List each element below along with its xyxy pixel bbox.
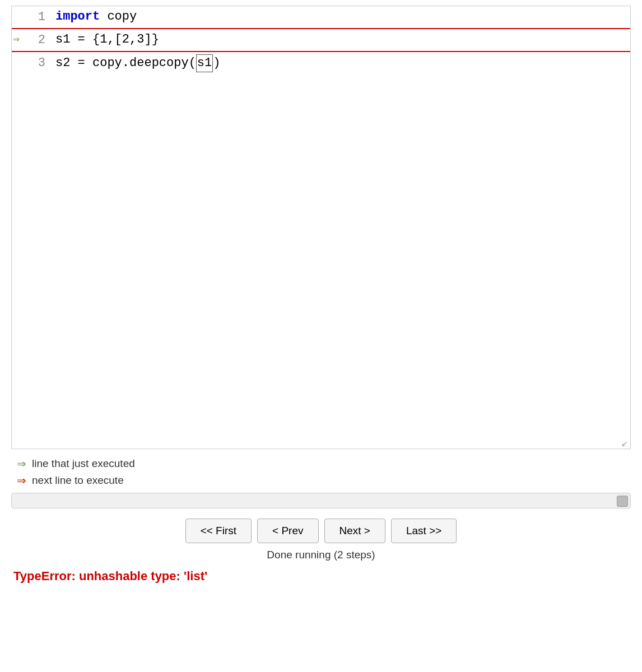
green-arrow-icon: ⇒ xyxy=(13,34,20,45)
legend-green-label: line that just executed xyxy=(32,458,135,470)
line-content-3: s2 = copy.deepcopy(s1) xyxy=(51,52,630,75)
line-gutter-1: 1 xyxy=(12,6,51,28)
legend: ⇒ line that just executed ⇒ next line to… xyxy=(17,457,631,487)
legend-item-green: ⇒ line that just executed xyxy=(17,457,631,470)
error-text: TypeError: unhashable type: 'list' xyxy=(13,569,631,584)
line-content-1: import copy xyxy=(51,6,630,28)
line-number-1: 1 xyxy=(38,10,45,24)
scrollbar[interactable] xyxy=(11,493,631,508)
nav-buttons: << First < Prev Next > Last >> xyxy=(11,519,631,543)
status-text: Done running (2 steps) xyxy=(11,549,631,561)
code-area: 1 import copy ⇒ 2 s1 = {1,[2,3]} 3 s2 = … xyxy=(12,6,630,449)
legend-green-arrow-icon: ⇒ xyxy=(17,457,26,470)
legend-red-label: next line to execute xyxy=(32,474,124,487)
legend-item-red: ⇒ next line to execute xyxy=(17,474,631,487)
line-gutter-2: ⇒ 2 xyxy=(12,29,51,51)
line-gutter-3: 3 xyxy=(12,52,51,75)
first-button[interactable]: << First xyxy=(185,519,252,543)
code-editor-container: 1 import copy ⇒ 2 s1 = {1,[2,3]} 3 s2 = … xyxy=(11,6,631,449)
next-button[interactable]: Next > xyxy=(324,519,385,543)
resize-handle[interactable]: ↙ xyxy=(621,440,629,447)
code-line-2: ⇒ 2 s1 = {1,[2,3]} xyxy=(12,28,630,52)
line-content-2: s1 = {1,[2,3]} xyxy=(51,29,630,51)
last-button[interactable]: Last >> xyxy=(391,519,457,543)
line-number-2: 2 xyxy=(38,33,45,47)
scrollbar-thumb[interactable] xyxy=(617,496,628,507)
code-line-3: 3 s2 = copy.deepcopy(s1) xyxy=(12,52,630,75)
line-number-3: 3 xyxy=(38,56,45,70)
code-line-1: 1 import copy xyxy=(12,6,630,28)
prev-button[interactable]: < Prev xyxy=(257,519,318,543)
legend-red-arrow-icon: ⇒ xyxy=(17,474,26,487)
